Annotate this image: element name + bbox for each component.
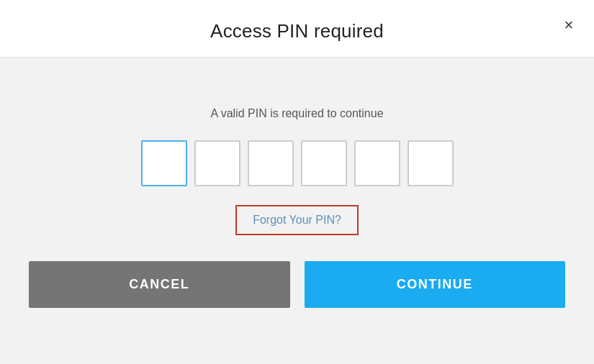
pin-input-3[interactable] xyxy=(248,140,294,186)
pin-input-1[interactable] xyxy=(141,140,187,186)
continue-button[interactable]: CONTINUE xyxy=(305,261,566,308)
forgot-pin-button[interactable]: Forgot Your PIN? xyxy=(253,214,341,227)
instruction-text: A valid PIN is required to continue xyxy=(210,107,383,120)
close-button[interactable]: × xyxy=(558,14,580,36)
button-row: CANCEL CONTINUE xyxy=(29,261,565,308)
modal-header: Access PIN required × xyxy=(0,0,594,58)
pin-input-6[interactable] xyxy=(408,140,454,186)
pin-input-group xyxy=(141,140,454,186)
pin-input-4[interactable] xyxy=(301,140,347,186)
cancel-button[interactable]: CANCEL xyxy=(29,261,290,308)
pin-input-2[interactable] xyxy=(194,140,240,186)
forgot-pin-wrapper: Forgot Your PIN? xyxy=(235,205,359,235)
modal-body: A valid PIN is required to continue Forg… xyxy=(0,58,594,364)
modal-container: Access PIN required × A valid PIN is req… xyxy=(0,0,594,364)
modal-title: Access PIN required xyxy=(14,20,580,42)
pin-input-5[interactable] xyxy=(354,140,400,186)
